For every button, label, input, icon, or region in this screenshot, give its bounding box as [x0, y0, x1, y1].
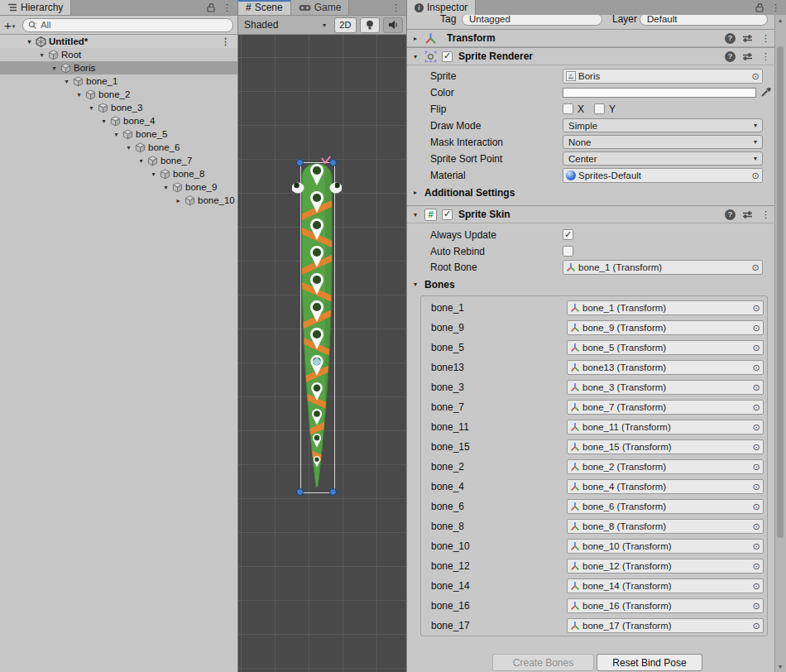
sprite-sort-point-dropdown[interactable]: Center ▾ — [563, 151, 763, 166]
object-picker-icon[interactable]: ⊙ — [750, 581, 763, 592]
hierarchy-item-bone-9[interactable]: ▾bone_9 — [0, 180, 237, 194]
bone-object-field[interactable]: bone_6 (Transform)⊙ — [567, 499, 764, 514]
selection-handle-bottom-left[interactable] — [296, 488, 304, 496]
bone-object-field[interactable]: bone_3 (Transform)⊙ — [567, 380, 764, 395]
scroll-up-icon[interactable]: ▲ — [775, 17, 785, 23]
foldout-expanded-icon[interactable]: ▾ — [111, 131, 122, 138]
object-picker-icon[interactable]: ⊙ — [750, 303, 763, 314]
object-picker-icon[interactable]: ⊙ — [750, 521, 763, 532]
hierarchy-item-bone-2[interactable]: ▾bone_2 — [0, 88, 237, 101]
foldout-collapsed-icon[interactable]: ▸ — [173, 197, 184, 204]
object-picker-icon[interactable]: ⊙ — [750, 601, 763, 612]
lock-icon[interactable] — [755, 2, 764, 12]
foldout-expanded-icon[interactable]: ▾ — [136, 157, 146, 165]
foldout-expanded-icon[interactable]: ▾ — [148, 170, 159, 178]
toggle-2d-button[interactable]: 2D — [334, 17, 356, 33]
selection-handle-bottom-right[interactable] — [329, 488, 337, 496]
help-icon[interactable]: ? — [725, 209, 736, 220]
flip-x-checkbox[interactable]: ✓ — [563, 103, 573, 114]
bone-object-field[interactable]: bone_9 (Transform)⊙ — [567, 320, 764, 335]
tab-scene[interactable]: # Scene — [238, 0, 291, 15]
bone-object-field[interactable]: bone_10 (Transform)⊙ — [567, 539, 764, 554]
scene-audio-button[interactable] — [383, 17, 403, 33]
object-picker-icon[interactable]: ⊙ — [749, 170, 762, 181]
bone-object-field[interactable]: bone_14 (Transform)⊙ — [567, 578, 764, 593]
bone-object-field[interactable]: bone_5 (Transform)⊙ — [567, 340, 764, 355]
foldout-expanded-icon[interactable]: ▾ — [74, 91, 84, 98]
presets-icon[interactable] — [742, 210, 753, 219]
kebab-menu-icon[interactable]: ⋮ — [391, 3, 400, 12]
selection-handle-top-left[interactable] — [296, 159, 304, 166]
object-picker-icon[interactable]: ⊙ — [750, 621, 763, 631]
eyedropper-icon[interactable] — [760, 87, 771, 98]
bone-object-field[interactable]: bone13 (Transform)⊙ — [567, 360, 764, 375]
hierarchy-item-boris[interactable]: ▾Boris — [0, 61, 237, 74]
object-picker-icon[interactable]: ⊙ — [750, 362, 763, 373]
hierarchy-item-root[interactable]: ▾Root — [0, 48, 237, 61]
hierarchy-item-untitled-[interactable]: ▾Untitled*⋮ — [0, 35, 237, 48]
foldout-collapsed-icon[interactable]: ▸ — [414, 35, 417, 42]
scene-viewport[interactable] — [238, 35, 406, 672]
sprite-skin-enabled-checkbox[interactable]: ✓ — [442, 209, 453, 220]
bone-object-field[interactable]: bone_16 (Transform)⊙ — [567, 598, 764, 613]
kebab-menu-icon[interactable]: ⋮ — [761, 33, 770, 44]
object-picker-icon[interactable]: ⊙ — [750, 561, 763, 572]
object-picker-icon[interactable]: ⊙ — [750, 422, 763, 433]
object-picker-icon[interactable]: ⊙ — [749, 262, 762, 273]
presets-icon[interactable] — [742, 52, 753, 61]
tag-dropdown[interactable]: Untagged — [462, 15, 602, 26]
bone-object-field[interactable]: bone_11 (Transform)⊙ — [567, 420, 764, 434]
hierarchy-search-input[interactable]: All — [22, 18, 233, 32]
shading-mode-dropdown[interactable]: Shaded ▾ — [242, 19, 331, 31]
bone-object-field[interactable]: bone_8 (Transform)⊙ — [567, 519, 764, 534]
object-picker-icon[interactable]: ⊙ — [750, 323, 763, 334]
additional-settings-foldout[interactable]: ▸ Additional Settings — [407, 186, 775, 201]
bone-object-field[interactable]: bone_7 (Transform)⊙ — [567, 400, 764, 415]
object-picker-icon[interactable]: ⊙ — [750, 343, 763, 353]
foldout-expanded-icon[interactable]: ▾ — [61, 78, 72, 85]
help-icon[interactable]: ? — [725, 51, 736, 62]
bone-object-field[interactable]: bone_1 (Transform)⊙ — [567, 300, 764, 315]
mask-interaction-dropdown[interactable]: None ▾ — [563, 135, 763, 149]
kebab-menu-icon[interactable]: ⋮ — [771, 3, 780, 12]
object-picker-icon[interactable]: ⊙ — [750, 462, 763, 473]
always-update-checkbox[interactable]: ✓ — [563, 229, 573, 240]
root-bone-object-field[interactable]: bone_1 (Transform) ⊙ — [563, 260, 763, 275]
bones-foldout[interactable]: ▾ Bones — [407, 278, 775, 293]
tab-game[interactable]: Game — [291, 0, 350, 15]
foldout-expanded-icon[interactable]: ▾ — [86, 104, 97, 112]
object-picker-icon[interactable]: ⊙ — [750, 442, 763, 453]
tab-hierarchy[interactable]: Hierarchy — [0, 0, 71, 15]
color-swatch[interactable] — [563, 88, 756, 98]
bone-object-field[interactable]: bone_12 (Transform)⊙ — [567, 559, 764, 574]
sprite-renderer-enabled-checkbox[interactable]: ✓ — [442, 51, 453, 62]
hierarchy-item-bone-8[interactable]: ▾bone_8 — [0, 167, 237, 180]
object-picker-icon[interactable]: ⊙ — [750, 541, 763, 552]
foldout-expanded-icon[interactable]: ▾ — [123, 144, 134, 151]
lock-icon[interactable] — [207, 2, 215, 12]
scrollbar-thumb[interactable] — [777, 46, 784, 538]
foldout-expanded-icon[interactable]: ▾ — [24, 38, 35, 46]
scroll-down-icon[interactable]: ▼ — [775, 664, 785, 670]
add-gameobject-button[interactable]: + ▾ — [4, 18, 15, 32]
foldout-expanded-icon[interactable]: ▾ — [36, 51, 47, 59]
object-picker-icon[interactable]: ⊙ — [750, 482, 763, 492]
foldout-expanded-icon[interactable]: ▾ — [414, 211, 417, 218]
hierarchy-item-bone-5[interactable]: ▾bone_5 — [0, 127, 237, 141]
kebab-menu-icon[interactable]: ⋮ — [223, 3, 232, 12]
hierarchy-item-bone-7[interactable]: ▾bone_7 — [0, 154, 237, 167]
layer-dropdown[interactable]: Default — [640, 15, 768, 26]
foldout-expanded-icon[interactable]: ▾ — [98, 118, 109, 125]
bone-object-field[interactable]: bone_4 (Transform)⊙ — [567, 479, 764, 494]
sprite-object-field[interactable]: Boris ⊙ — [563, 69, 763, 84]
hierarchy-item-bone-3[interactable]: ▾bone_3 — [0, 101, 237, 114]
auto-rebind-checkbox[interactable]: ✓ — [563, 246, 573, 257]
hierarchy-item-bone-10[interactable]: ▸bone_10 — [0, 194, 237, 207]
object-picker-icon[interactable]: ⊙ — [750, 502, 763, 512]
scene-lighting-button[interactable] — [360, 17, 381, 33]
kebab-menu-icon[interactable]: ⋮ — [221, 37, 237, 46]
object-picker-icon[interactable]: ⊙ — [749, 71, 762, 82]
hierarchy-item-bone-1[interactable]: ▾bone_1 — [0, 74, 237, 88]
kebab-menu-icon[interactable]: ⋮ — [761, 209, 770, 220]
create-bones-button[interactable]: Create Bones — [492, 654, 594, 671]
